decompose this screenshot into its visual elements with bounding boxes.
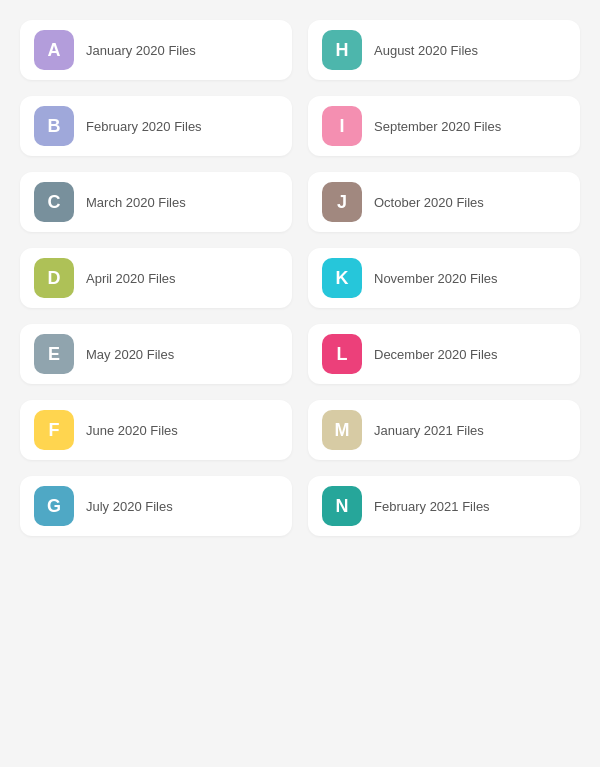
badge-j: J [322,182,362,222]
badge-i: I [322,106,362,146]
badge-e: E [34,334,74,374]
file-label-6: April 2020 Files [86,271,176,286]
file-label-5: October 2020 Files [374,195,484,210]
badge-d: D [34,258,74,298]
badge-l: L [322,334,362,374]
badge-c: C [34,182,74,222]
file-item-j[interactable]: JOctober 2020 Files [308,172,580,232]
file-label-11: January 2021 Files [374,423,484,438]
file-label-8: May 2020 Files [86,347,174,362]
file-item-g[interactable]: GJuly 2020 Files [20,476,292,536]
file-item-a[interactable]: AJanuary 2020 Files [20,20,292,80]
file-item-d[interactable]: DApril 2020 Files [20,248,292,308]
file-label-10: June 2020 Files [86,423,178,438]
file-label-4: March 2020 Files [86,195,186,210]
badge-n: N [322,486,362,526]
file-item-n[interactable]: NFebruary 2021 Files [308,476,580,536]
file-label-13: February 2021 Files [374,499,490,514]
file-item-f[interactable]: FJune 2020 Files [20,400,292,460]
badge-a: A [34,30,74,70]
badge-h: H [322,30,362,70]
file-label-2: February 2020 Files [86,119,202,134]
badge-f: F [34,410,74,450]
badge-b: B [34,106,74,146]
file-label-1: August 2020 Files [374,43,478,58]
badge-g: G [34,486,74,526]
file-item-m[interactable]: MJanuary 2021 Files [308,400,580,460]
file-item-c[interactable]: CMarch 2020 Files [20,172,292,232]
file-item-l[interactable]: LDecember 2020 Files [308,324,580,384]
file-item-h[interactable]: HAugust 2020 Files [308,20,580,80]
file-item-b[interactable]: BFebruary 2020 Files [20,96,292,156]
file-item-k[interactable]: KNovember 2020 Files [308,248,580,308]
badge-m: M [322,410,362,450]
file-label-12: July 2020 Files [86,499,173,514]
file-label-7: November 2020 Files [374,271,498,286]
file-item-e[interactable]: EMay 2020 Files [20,324,292,384]
file-label-3: September 2020 Files [374,119,501,134]
file-item-i[interactable]: ISeptember 2020 Files [308,96,580,156]
file-label-9: December 2020 Files [374,347,498,362]
files-grid: AJanuary 2020 FilesHAugust 2020 FilesBFe… [20,20,580,536]
file-label-0: January 2020 Files [86,43,196,58]
badge-k: K [322,258,362,298]
